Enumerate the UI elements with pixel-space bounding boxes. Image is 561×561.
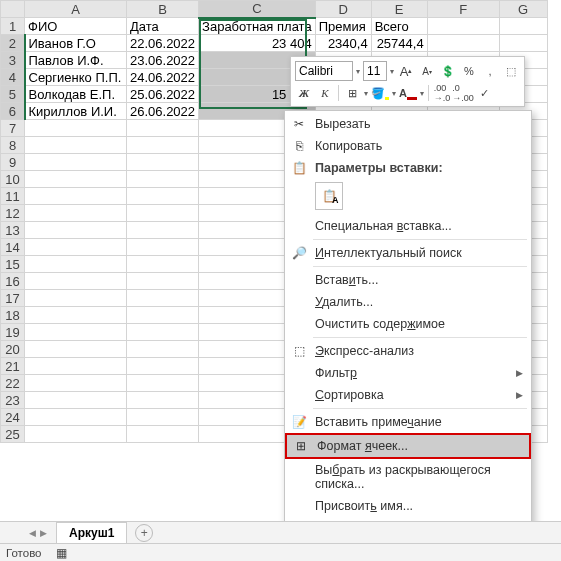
cell[interactable]: Дата: [127, 18, 199, 35]
cell[interactable]: [25, 239, 127, 256]
cell[interactable]: Сергиенко П.П.: [25, 69, 127, 86]
cell[interactable]: [127, 256, 199, 273]
row-header[interactable]: 11: [1, 188, 25, 205]
paste-option-default[interactable]: 📋A: [315, 182, 343, 210]
bold-button[interactable]: Ж: [295, 84, 313, 102]
row-header[interactable]: 23: [1, 392, 25, 409]
cell[interactable]: [25, 137, 127, 154]
cell[interactable]: [127, 154, 199, 171]
col-header-c[interactable]: C: [199, 1, 316, 18]
cell[interactable]: [25, 188, 127, 205]
cell[interactable]: [25, 290, 127, 307]
row-header[interactable]: 9: [1, 154, 25, 171]
row-header[interactable]: 19: [1, 324, 25, 341]
cell[interactable]: [127, 375, 199, 392]
col-header-d[interactable]: D: [315, 1, 371, 18]
fill-color-button[interactable]: 🪣: [371, 84, 389, 102]
row-header[interactable]: 21: [1, 358, 25, 375]
cell[interactable]: [25, 426, 127, 443]
cell[interactable]: [25, 273, 127, 290]
cell[interactable]: Всего: [371, 18, 427, 35]
cell[interactable]: [25, 392, 127, 409]
dropdown-icon[interactable]: ▾: [356, 67, 360, 76]
format-brush-button[interactable]: ✓: [475, 84, 493, 102]
row-header[interactable]: 7: [1, 120, 25, 137]
cell[interactable]: Премия: [315, 18, 371, 35]
cell[interactable]: [127, 409, 199, 426]
cell[interactable]: [127, 222, 199, 239]
cell[interactable]: ФИО: [25, 18, 127, 35]
cell[interactable]: [427, 35, 499, 52]
cell[interactable]: [25, 171, 127, 188]
tab-next-button[interactable]: ▶: [39, 527, 48, 539]
percent-format-button[interactable]: %: [460, 62, 478, 80]
cell[interactable]: [127, 239, 199, 256]
cell[interactable]: 24.06.2022: [127, 69, 199, 86]
ctx-clear[interactable]: Очистить содержимое: [285, 313, 531, 335]
row-header[interactable]: 25: [1, 426, 25, 443]
ctx-pick-from-list[interactable]: Выбрать из раскрывающегося списка...: [285, 459, 531, 495]
cell[interactable]: [127, 307, 199, 324]
cell[interactable]: [127, 392, 199, 409]
cell[interactable]: [127, 358, 199, 375]
cell[interactable]: [25, 256, 127, 273]
dropdown-icon[interactable]: ▾: [420, 89, 424, 98]
row-header[interactable]: 10: [1, 171, 25, 188]
ctx-smart-lookup[interactable]: 🔎Интеллектуальный поиск: [285, 242, 531, 264]
decrease-decimal-button[interactable]: .00→.0: [433, 84, 451, 102]
row-header[interactable]: 20: [1, 341, 25, 358]
ctx-insert[interactable]: Вставить...: [285, 269, 531, 291]
ctx-format-cells[interactable]: ⊞Формат ячеек...: [285, 433, 531, 459]
tab-prev-button[interactable]: ◀: [28, 527, 37, 539]
row-header[interactable]: 15: [1, 256, 25, 273]
row-header[interactable]: 24: [1, 409, 25, 426]
cell[interactable]: 23 404: [199, 35, 316, 52]
cell[interactable]: 25744,4: [371, 35, 427, 52]
cell[interactable]: 25.06.2022: [127, 86, 199, 103]
ctx-copy[interactable]: ⎘Копировать: [285, 135, 531, 157]
cell[interactable]: [25, 341, 127, 358]
cell[interactable]: [127, 188, 199, 205]
font-family-input[interactable]: [295, 61, 353, 81]
row-header[interactable]: 2: [1, 35, 25, 52]
cell[interactable]: Иванов Г.О: [25, 35, 127, 52]
ctx-delete[interactable]: Удалить...: [285, 291, 531, 313]
col-header-g[interactable]: G: [499, 1, 547, 18]
ctx-cut[interactable]: ✂Вырезать: [285, 113, 531, 135]
cell[interactable]: [127, 137, 199, 154]
cell[interactable]: [427, 18, 499, 35]
increase-decimal-button[interactable]: .0→.00: [454, 84, 472, 102]
ctx-quick-analysis[interactable]: ⬚Экспресс-анализ: [285, 340, 531, 362]
cell[interactable]: [25, 120, 127, 137]
increase-font-button[interactable]: A▴: [397, 62, 415, 80]
cell[interactable]: 23.06.2022: [127, 52, 199, 69]
comma-format-button[interactable]: ,: [481, 62, 499, 80]
ctx-define-name[interactable]: Присвоить имя...: [285, 495, 531, 517]
dropdown-icon[interactable]: ▾: [392, 89, 396, 98]
cell[interactable]: Заработная плата: [199, 18, 316, 35]
row-header[interactable]: 1: [1, 18, 25, 35]
col-header-e[interactable]: E: [371, 1, 427, 18]
row-header[interactable]: 16: [1, 273, 25, 290]
row-header[interactable]: 13: [1, 222, 25, 239]
cell[interactable]: Павлов И.Ф.: [25, 52, 127, 69]
macro-record-icon[interactable]: ▦: [56, 546, 67, 560]
dropdown-icon[interactable]: ▾: [390, 67, 394, 76]
cell[interactable]: [127, 290, 199, 307]
row-header[interactable]: 4: [1, 69, 25, 86]
row-header[interactable]: 3: [1, 52, 25, 69]
add-sheet-button[interactable]: +: [135, 524, 153, 542]
cell[interactable]: [127, 171, 199, 188]
cell[interactable]: Кириллов И.И.: [25, 103, 127, 120]
ctx-sort[interactable]: Сортировка▶: [285, 384, 531, 406]
dropdown-icon[interactable]: ▾: [364, 89, 368, 98]
cell[interactable]: [127, 273, 199, 290]
cell[interactable]: [25, 307, 127, 324]
decrease-font-button[interactable]: A▾: [418, 62, 436, 80]
row-header[interactable]: 14: [1, 239, 25, 256]
cell[interactable]: Волкодав Е.П.: [25, 86, 127, 103]
cell[interactable]: [25, 324, 127, 341]
cell[interactable]: [127, 205, 199, 222]
cell[interactable]: [127, 324, 199, 341]
sheet-tab[interactable]: Аркуш1: [56, 522, 127, 545]
